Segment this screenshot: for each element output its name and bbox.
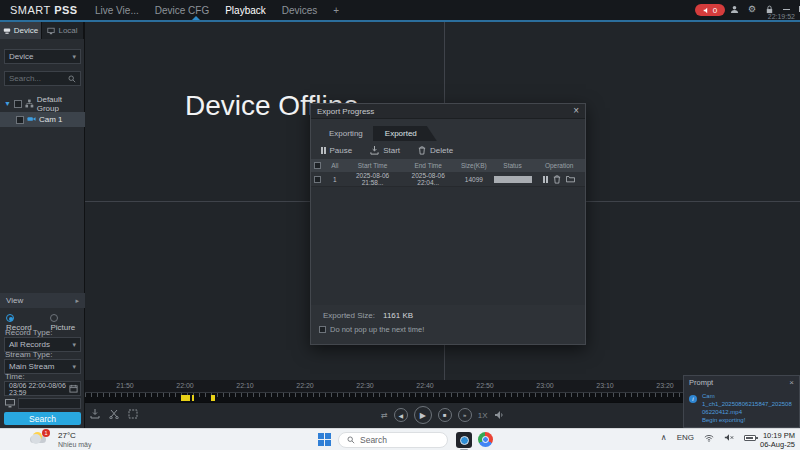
- speaker-icon: [703, 7, 710, 14]
- record-type-label: Record Type:: [5, 328, 52, 337]
- tab-exported[interactable]: Exported: [373, 126, 437, 141]
- start-export-button[interactable]: Start: [370, 146, 400, 155]
- export-table-row[interactable]: 1 2025-08-06 21:58... 2025-08-06 22:04..…: [311, 172, 585, 187]
- scissors-clip-icon[interactable]: [109, 409, 119, 419]
- taskbar-smartpss-icon[interactable]: [456, 432, 472, 448]
- dialog-title: Export Progress: [317, 107, 374, 116]
- sync-play-icon[interactable]: ⇄: [381, 411, 388, 420]
- taskbar-search-box[interactable]: Search: [338, 432, 448, 448]
- download-start-icon: [370, 146, 379, 155]
- group-checkbox[interactable]: [14, 100, 22, 108]
- tray-language[interactable]: ENG: [677, 433, 694, 442]
- prompt-panel: Prompt × i Cam 1_ch1_20250806215847_2025…: [683, 375, 800, 428]
- brand-pss: PSS: [54, 4, 78, 16]
- next-frame-button[interactable]: »: [458, 408, 472, 422]
- row-pause-icon[interactable]: [543, 176, 548, 183]
- device-source-dropdown[interactable]: Device▾: [4, 49, 81, 64]
- tree-camera-row[interactable]: Cam 1: [0, 112, 85, 127]
- search-icon: [68, 75, 76, 83]
- sidebar-tab-device[interactable]: Device: [0, 22, 42, 39]
- monitor-icon: [47, 27, 55, 35]
- snapshot-frame-icon[interactable]: [128, 409, 138, 419]
- main-nav: Live Vie... Device CFG Playback Devices …: [95, 0, 339, 20]
- timeline-tick-label: 22:10: [236, 382, 254, 389]
- tab-exporting[interactable]: Exporting: [319, 126, 373, 141]
- system-clock: 22:19:52: [768, 13, 795, 20]
- timeline-tick-label: 22:20: [296, 382, 314, 389]
- previous-button[interactable]: ◀: [394, 408, 408, 422]
- dialog-title-bar[interactable]: Export Progress ×: [311, 104, 585, 119]
- row-delete-icon[interactable]: [553, 175, 561, 184]
- recording-segment[interactable]: [181, 395, 190, 401]
- tray-chevron-up-icon[interactable]: ∧: [661, 433, 667, 442]
- playback-speed[interactable]: 1X: [478, 411, 488, 420]
- search-button[interactable]: Search: [4, 412, 81, 425]
- taskbar-clock[interactable]: 10:19 PM 06-Aug-25: [760, 431, 795, 449]
- stream-type-label: Stream Type:: [5, 350, 52, 359]
- calendar-icon: [69, 384, 78, 393]
- prompt-title: Prompt: [689, 378, 713, 387]
- info-icon: i: [689, 395, 697, 403]
- weather-text[interactable]: 27°C Nhiều mây: [58, 431, 91, 449]
- tab-devices[interactable]: Devices: [282, 5, 318, 16]
- row-size: 14099: [456, 176, 492, 183]
- sidebar-tab-local[interactable]: Local: [42, 22, 84, 39]
- device-record-icon[interactable]: [5, 399, 15, 408]
- trash-icon: [418, 146, 426, 155]
- minimize-button[interactable]: [783, 9, 790, 10]
- channel-input[interactable]: [18, 398, 81, 409]
- delete-export-button[interactable]: Delete: [418, 146, 453, 155]
- view-section-header[interactable]: View▸: [0, 293, 85, 308]
- picture-radio[interactable]: Picture: [50, 314, 84, 332]
- timeline-tick-label: 21:50: [116, 382, 134, 389]
- chevron-right-icon: ▸: [75, 297, 79, 305]
- device-icon: [3, 27, 11, 35]
- stop-button[interactable]: ■: [438, 408, 452, 422]
- pause-export-button[interactable]: Pause: [321, 146, 352, 155]
- tree-group-row[interactable]: ▼ Default Group: [0, 96, 85, 111]
- camera-checkbox[interactable]: [16, 116, 24, 124]
- add-tab-button[interactable]: +: [333, 5, 339, 16]
- taskbar-chrome-icon[interactable]: [478, 432, 493, 447]
- tab-live-view[interactable]: Live Vie...: [95, 5, 139, 16]
- do-not-popup-checkbox[interactable]: [319, 326, 326, 333]
- recording-segment[interactable]: [192, 395, 194, 401]
- pause-icon: [321, 147, 326, 154]
- taskbar-weather-widget[interactable]: 1: [28, 431, 48, 444]
- exported-size-value: 1161 KB: [383, 311, 413, 320]
- radio-icon: [50, 314, 58, 322]
- smartpss-window: SMART PSS Live Vie... Device CFG Playbac…: [0, 0, 800, 450]
- row-checkbox[interactable]: [314, 176, 321, 183]
- volume-icon[interactable]: [494, 410, 504, 420]
- notification-badge: 1: [42, 429, 50, 437]
- alarm-count: 0: [713, 6, 717, 15]
- prompt-close-icon[interactable]: ×: [789, 378, 794, 387]
- clock-time: 10:19 PM: [760, 431, 795, 440]
- wifi-icon[interactable]: [704, 434, 714, 442]
- camera-icon: [27, 115, 36, 124]
- clock-date: 06-Aug-25: [760, 440, 795, 449]
- tab-device-cfg[interactable]: Device CFG: [155, 5, 209, 16]
- play-button[interactable]: ▶: [414, 406, 432, 424]
- volume-muted-icon[interactable]: [724, 433, 734, 442]
- tree-expand-icon[interactable]: ▼: [4, 100, 11, 107]
- tab-playback[interactable]: Playback: [225, 5, 266, 16]
- group-label: Default Group: [37, 95, 85, 113]
- alarm-count-badge[interactable]: 0: [695, 4, 725, 16]
- windows-taskbar: 1 27°C Nhiều mây Search ∧ ENG 10:19 PM 0…: [0, 428, 800, 450]
- select-all-checkbox[interactable]: [314, 162, 321, 169]
- title-bar: SMART PSS Live Vie... Device CFG Playbac…: [0, 0, 800, 22]
- time-range-input[interactable]: 08/06 22:00-08/06 23:59: [4, 381, 81, 396]
- settings-gear-icon[interactable]: ⚙: [748, 4, 756, 14]
- dialog-close-icon[interactable]: ×: [573, 106, 579, 116]
- start-button[interactable]: [318, 433, 332, 447]
- user-icon[interactable]: [730, 5, 739, 14]
- timeline-tick-label: 22:40: [416, 382, 434, 389]
- device-search-input[interactable]: Search...: [4, 71, 81, 86]
- row-open-folder-icon[interactable]: [566, 175, 575, 183]
- download-icon[interactable]: [90, 409, 100, 419]
- time-label: Time:: [5, 372, 25, 381]
- recording-segment[interactable]: [211, 395, 215, 401]
- app-logo: SMART PSS: [10, 0, 78, 20]
- battery-icon[interactable]: [744, 435, 756, 441]
